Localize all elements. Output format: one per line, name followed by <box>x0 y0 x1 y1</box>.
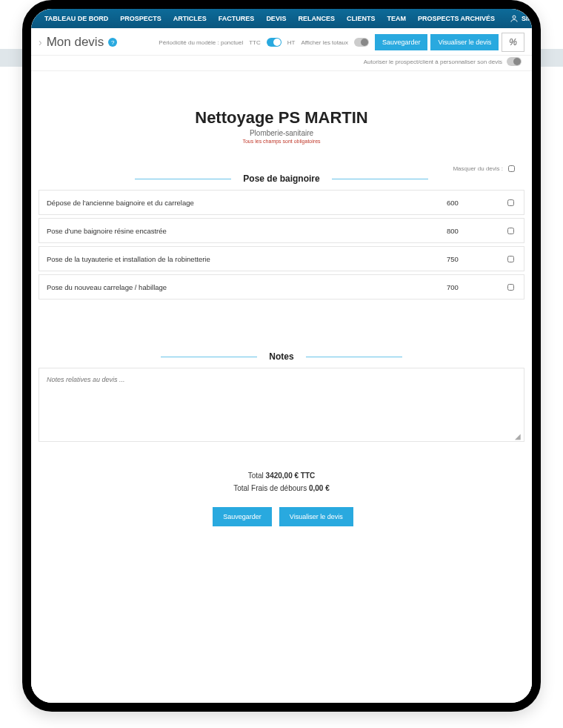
tablet-camera <box>263 4 300 8</box>
help-icon[interactable]: ? <box>108 38 117 47</box>
line-item: Dépose de l'ancienne baignoire et du car… <box>39 190 524 215</box>
section-notes: Notes ◢ <box>39 351 524 442</box>
nav-quotes[interactable]: DEVIS <box>260 15 292 22</box>
section-line-left <box>161 357 257 357</box>
mask-quote: Masquer du devis : <box>453 163 517 174</box>
footer-buttons: Sauvegarder Visualiser le devis <box>39 507 524 526</box>
fees-line: Total Frais de débours 0,00 € <box>39 484 524 492</box>
section-line-left <box>135 179 231 179</box>
ttc-label: TTC <box>249 39 261 46</box>
section-items: Masquer du devis : Pose de baignoire Dép… <box>39 173 524 300</box>
notes-header: Notes <box>39 351 524 362</box>
nav-clients[interactable]: CLIENTS <box>341 15 382 22</box>
nav-dashboard[interactable]: TABLEAU DE BORD <box>39 15 114 22</box>
line-item: Pose du nouveau carrelage / habillage 70… <box>39 274 524 300</box>
show-totals-label: Afficher les totaux <box>301 39 347 46</box>
nav-prospects[interactable]: PROSPECTS <box>114 15 167 22</box>
ttc-ht-toggle[interactable] <box>267 38 282 47</box>
notes-textarea[interactable] <box>45 374 518 434</box>
line-item-price[interactable]: 800 <box>447 227 499 235</box>
periodicity-label: Périodicité du modèle : ponctuel <box>159 39 243 46</box>
line-item-price[interactable]: 750 <box>447 255 499 263</box>
nav-reminders[interactable]: RELANCES <box>292 15 341 22</box>
line-item-checkbox[interactable] <box>507 284 514 291</box>
line-item-checkbox[interactable] <box>507 199 514 206</box>
view-quote-button-top[interactable]: Visualiser le devis <box>430 34 499 50</box>
total-value: 3420,00 € TTC <box>266 471 316 480</box>
section-line-right <box>306 357 402 357</box>
app: TABLEAU DE BORD PROSPECTS ARTICLES FACTU… <box>31 9 532 703</box>
toolbar: › Mon devis ? Périodicité du modèle : po… <box>31 28 532 56</box>
view-quote-button-bottom[interactable]: Visualiser le devis <box>279 507 353 526</box>
quote-subtitle: Plomberie-sanitaire <box>39 129 524 137</box>
mask-quote-label: Masquer du devis : <box>453 165 503 172</box>
user-menu[interactable]: SIMON <box>510 14 541 23</box>
allow-client-label: Autoriser le prospect/client à personnal… <box>364 59 502 65</box>
page-title: Mon devis <box>47 35 104 50</box>
section-title: Pose de baignoire <box>243 173 319 184</box>
percent-button[interactable]: % <box>502 33 524 52</box>
section-line-right <box>332 179 428 179</box>
line-item-desc[interactable]: Pose de la tuyauterie et installation de… <box>47 255 439 263</box>
line-item-checkbox[interactable] <box>507 256 514 262</box>
sub-toolbar: Autoriser le prospect/client à personnal… <box>31 56 532 71</box>
section-header: Pose de baignoire <box>39 173 524 184</box>
mask-quote-checkbox[interactable] <box>508 165 515 172</box>
nav-team[interactable]: TEAM <box>381 15 412 22</box>
totals: Total 3420,00 € TTC Total Frais de débou… <box>39 471 524 492</box>
line-item-price[interactable]: 700 <box>447 283 499 291</box>
tablet-frame: TABLEAU DE BORD PROSPECTS ARTICLES FACTU… <box>22 0 541 712</box>
user-name: SIMON <box>522 15 541 22</box>
line-item-price[interactable]: 600 <box>447 199 499 207</box>
svg-point-0 <box>513 16 516 19</box>
line-item-desc[interactable]: Pose du nouveau carrelage / habillage <box>47 283 439 291</box>
line-item: Pose d'une baignoire résine encastrée 80… <box>39 218 524 243</box>
nav-archived[interactable]: PROSPECTS ARCHIVÉS <box>412 15 501 22</box>
allow-client-toggle[interactable] <box>507 57 522 66</box>
main-nav: TABLEAU DE BORD PROSPECTS ARTICLES FACTU… <box>31 9 532 28</box>
line-item-checkbox[interactable] <box>507 228 514 234</box>
quote-header: Nettoyage PS MARTIN Plomberie-sanitaire … <box>39 108 524 144</box>
line-item-desc[interactable]: Dépose de l'ancienne baignoire et du car… <box>47 199 439 207</box>
user-icon <box>510 14 519 23</box>
nav-invoices[interactable]: FACTURES <box>213 15 261 22</box>
nav-articles[interactable]: ARTICLES <box>167 15 213 22</box>
notes-title: Notes <box>269 351 293 362</box>
total-line: Total 3420,00 € TTC <box>39 471 524 480</box>
line-item: Pose de la tuyauterie et installation de… <box>39 246 524 271</box>
line-item-desc[interactable]: Pose d'une baignoire résine encastrée <box>47 227 439 235</box>
total-label: Total <box>248 471 264 480</box>
quote-title: Nettoyage PS MARTIN <box>39 108 524 128</box>
notes-box: ◢ <box>39 368 524 442</box>
save-button-top[interactable]: Sauvegarder <box>375 34 428 50</box>
required-note: Tous les champs sont obligatoires <box>39 139 524 144</box>
show-totals-toggle[interactable] <box>354 38 369 47</box>
fees-value: 0,00 € <box>309 484 330 492</box>
save-button-bottom[interactable]: Sauvegarder <box>213 507 272 526</box>
ht-label: HT <box>287 39 296 46</box>
back-chevron-icon[interactable]: › <box>39 36 42 48</box>
content: Nettoyage PS MARTIN Plomberie-sanitaire … <box>31 71 532 703</box>
fees-label: Total Frais de débours <box>233 484 307 492</box>
